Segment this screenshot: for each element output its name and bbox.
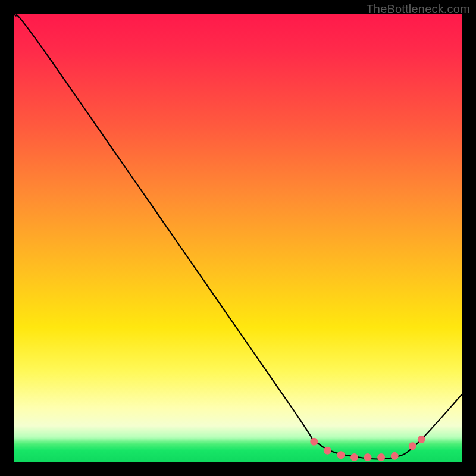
- watermark-text: TheBottleneck.com: [366, 2, 470, 16]
- marker-dot: [409, 442, 416, 450]
- chart-svg: [14, 14, 462, 462]
- plot-area: [14, 14, 462, 462]
- series-line: [14, 14, 462, 459]
- marker-dot: [310, 438, 318, 446]
- marker-dot: [350, 453, 358, 461]
- marker-dot: [377, 453, 385, 461]
- marker-dot: [324, 447, 331, 455]
- marker-dot: [337, 451, 345, 459]
- marker-dot: [364, 453, 372, 461]
- marker-group: [310, 436, 425, 461]
- chart-frame: TheBottleneck.com: [0, 0, 476, 476]
- marker-dot: [391, 452, 399, 460]
- marker-dot: [418, 436, 425, 443]
